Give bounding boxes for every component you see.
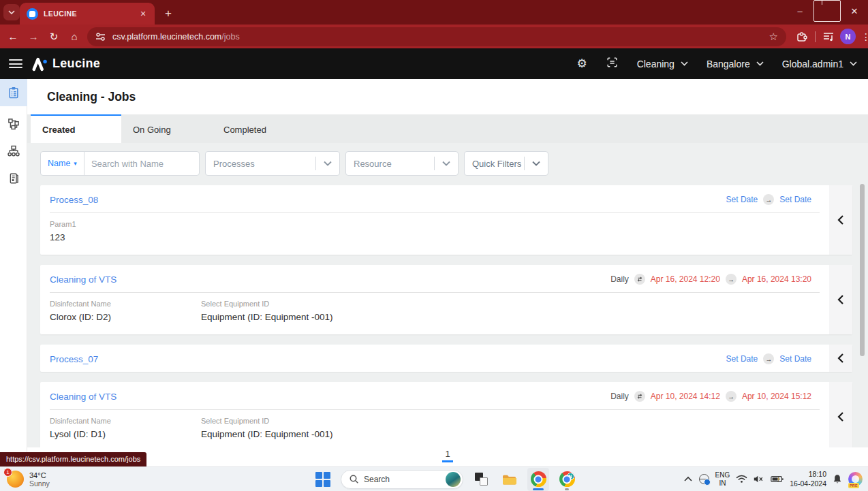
battery-icon[interactable] [771, 475, 784, 483]
expand-card-button[interactable] [829, 185, 852, 255]
folder-icon [502, 473, 517, 486]
expand-card-button[interactable] [829, 345, 852, 372]
language-indicator[interactable]: ENG IN [715, 471, 730, 487]
set-start-date-link[interactable]: Set Date [726, 354, 758, 364]
back-button[interactable]: ← [3, 31, 23, 42]
job-name-link[interactable]: Process_08 [50, 195, 98, 205]
job-name-link[interactable]: Cleaning of VTS [50, 392, 117, 402]
search-input[interactable] [84, 152, 218, 175]
tab-ongoing[interactable]: On Going [121, 114, 212, 143]
processes-select[interactable]: Processes [205, 151, 340, 176]
windows-taskbar: 1 34°C Sunny Search [0, 466, 868, 491]
scanner-icon[interactable] [606, 56, 619, 72]
gear-icon[interactable]: ⚙ [576, 57, 587, 71]
name-search-filter: Name ▾ [40, 151, 200, 176]
minimize-button[interactable]: – [786, 0, 813, 22]
chrome-icon [531, 471, 546, 487]
clock-widget[interactable]: 18:10 16-04-2024 [790, 470, 826, 488]
pagination-active-indicator [442, 460, 453, 462]
profile-avatar[interactable]: N [840, 29, 856, 44]
wifi-icon[interactable] [736, 475, 747, 484]
copilot-button[interactable]: PRE [848, 472, 863, 486]
pagination-page-1[interactable]: 1 [445, 449, 450, 459]
globe-status-icon[interactable] [699, 474, 709, 484]
parameter-label: Disinfectant Name [50, 417, 201, 425]
extensions-icon[interactable] [793, 31, 811, 42]
link-preview-statusbar: https://csv.platform.leucinetech.com/job… [0, 452, 146, 466]
set-end-date-link[interactable]: Set Date [779, 354, 811, 364]
facility-selector[interactable]: Bangalore [707, 59, 764, 69]
tab-close-icon[interactable]: × [137, 7, 149, 20]
bookmark-star-icon[interactable]: ☆ [769, 31, 778, 43]
browser-tab[interactable]: LEUCINE × [20, 3, 155, 25]
tab-completed[interactable]: Completed [212, 114, 303, 143]
resource-select[interactable]: Resource [345, 151, 459, 176]
start-date[interactable]: Apr 10, 2024 14:12 [651, 392, 720, 401]
job-parameter: Select Equipment ID Equipment (ID: Equip… [201, 300, 333, 322]
new-tab-button[interactable]: + [161, 6, 176, 21]
volume-muted-icon[interactable] [754, 475, 764, 484]
sidebar-item-resources[interactable] [0, 138, 27, 165]
taskbar-center: Search N [312, 467, 578, 491]
tab-search-button[interactable] [3, 4, 20, 20]
user-menu[interactable]: Global.admin1 [782, 59, 857, 69]
set-start-date-link[interactable]: Set Date [726, 195, 758, 204]
quick-filters-select[interactable]: Quick Filters [464, 151, 548, 176]
close-button[interactable]: ✕ [841, 0, 868, 22]
task-view-button[interactable] [470, 468, 492, 491]
job-name-link[interactable]: Process_07 [50, 354, 98, 364]
parameter-label: Select Equipment ID [201, 417, 333, 425]
expand-card-button[interactable] [829, 382, 852, 447]
chevron-left-icon [837, 353, 844, 363]
schedule-label: Daily [610, 392, 629, 401]
notification-count-badge: 1 [3, 468, 12, 477]
parameter-value: Equipment (ID: Equipment -001) [201, 312, 333, 322]
job-parameter: Disinfectant Name Clorox (ID: D2) [50, 300, 201, 322]
schedule-label: Daily [610, 274, 629, 284]
end-date[interactable]: Apr 16, 2024 13:20 [742, 274, 811, 284]
chrome-icon: N [559, 471, 575, 487]
search-field-selector[interactable]: Name ▾ [41, 152, 84, 175]
restore-button[interactable] [813, 0, 841, 22]
weather-widget[interactable]: 1 34°C Sunny [7, 471, 50, 488]
start-date[interactable]: Apr 16, 2024 12:20 [651, 274, 720, 284]
window-controls: – ✕ [786, 0, 868, 22]
hamburger-menu-icon[interactable] [9, 59, 22, 68]
forward-button[interactable]: → [23, 31, 44, 42]
toolbar-divider [815, 31, 816, 42]
notification-bell-icon[interactable] [833, 474, 842, 484]
taskbar-search[interactable]: Search [341, 470, 463, 489]
reload-button[interactable]: ↻ [44, 31, 64, 43]
sidebar-item-jobs[interactable] [0, 79, 27, 106]
sidebar-item-reports[interactable] [0, 165, 27, 192]
scrollbar-thumb[interactable] [860, 184, 865, 356]
site-settings-icon[interactable] [95, 33, 106, 41]
media-controls-icon[interactable] [820, 32, 837, 42]
expand-card-button[interactable] [829, 265, 852, 334]
chrome-taskbar-button[interactable] [527, 468, 549, 491]
tab-created[interactable]: Created [31, 114, 121, 143]
use-case-selector[interactable]: Cleaning [637, 59, 688, 69]
main-area: Cleaning - Jobs Created On Going Complet… [0, 79, 868, 466]
parameter-value: Equipment (ID: Equipment -001) [201, 429, 333, 439]
end-date[interactable]: Apr 10, 2024 15:12 [742, 392, 811, 401]
job-name-link[interactable]: Cleaning of VTS [50, 274, 117, 285]
address-bar[interactable]: csv.platform.leucinetech.com/jobs ☆ [87, 27, 786, 46]
chrome-profile-taskbar-button[interactable]: N [556, 468, 578, 491]
home-button[interactable]: ⌂ [64, 31, 84, 42]
file-explorer-button[interactable] [499, 468, 521, 491]
app-header: Leucine ⚙ Cleaning Bangalore Global.admi… [0, 48, 868, 79]
search-daily-image[interactable] [446, 472, 461, 487]
browser-menu-icon[interactable]: ⋮ [858, 31, 868, 42]
chevron-down-icon [316, 161, 339, 166]
job-card: Process_08 Set Date → Set Date Param1 12… [40, 185, 852, 255]
show-hidden-icons-button[interactable] [683, 476, 693, 482]
start-button[interactable] [312, 468, 334, 491]
arrow-right-icon: → [763, 194, 774, 205]
filter-row: Name ▾ Processes Resource [40, 151, 868, 176]
tab-title: LEUCINE [44, 10, 137, 18]
job-card: Cleaning of VTS Daily Apr 10, 2024 14:12… [40, 382, 852, 447]
sidebar-item-processes[interactable] [0, 110, 27, 138]
chevron-left-icon [837, 295, 844, 304]
set-end-date-link[interactable]: Set Date [779, 195, 811, 204]
